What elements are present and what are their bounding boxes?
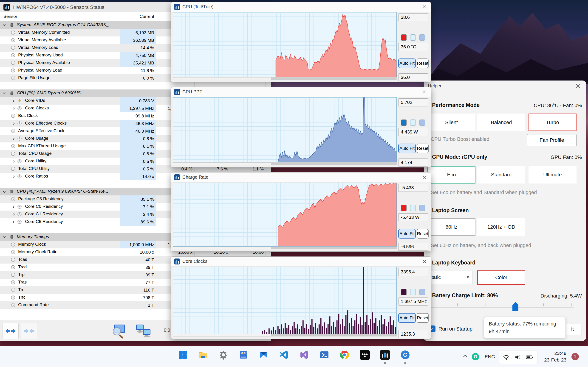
screen-capture-icon[interactable] [110,323,127,340]
auto-fit-button[interactable]: Auto Fit [398,58,416,68]
chevron-down-icon[interactable] [2,23,6,27]
graph-scrollbar[interactable] [173,247,397,249]
chip-icon [9,235,14,239]
fan-profile-button[interactable]: Fan Profile [527,134,577,146]
slider-tick [571,303,572,306]
quick-settings-pill[interactable] [499,350,537,364]
graph-titlebar[interactable]: Core Clocks [171,257,431,267]
close-icon[interactable] [422,90,427,94]
turbo-mode-button[interactable]: Turbo [528,114,577,131]
chevron-down-icon[interactable] [2,190,6,193]
battery-limit-slider-thumb[interactable] [512,302,519,311]
close-icon[interactable] [575,83,581,89]
chevron-right-icon[interactable] [12,205,15,209]
series-color-swatch[interactable] [401,205,406,211]
taskbar-icon-file-explorer[interactable] [198,349,208,360]
taskbar-icon-tidal[interactable] [359,349,370,360]
silent-mode-button[interactable]: Silent [427,114,476,131]
language-indicator[interactable]: ENG [485,354,495,359]
refresh-60hz-button[interactable]: 60Hz [427,218,476,236]
graph-scrollbar[interactable] [173,334,397,336]
auto-fit-button[interactable]: Auto Fit [398,313,416,323]
balanced-mode-button[interactable]: Balanced [477,114,525,131]
close-icon[interactable] [422,259,427,264]
series-color-swatch[interactable] [401,34,406,41]
grammarly-tray-icon[interactable]: G [472,353,479,360]
reset-button[interactable]: Reset [417,313,429,323]
taskbar-icon-powershell[interactable] [319,349,330,360]
scrollbar-handle[interactable] [271,77,397,80]
background-color-swatch[interactable] [410,289,416,295]
taskbar-icon-hwinfo[interactable] [380,349,390,360]
taskbar-icon-task-manager[interactable] [238,349,249,360]
chevron-right-icon[interactable] [12,212,15,216]
scrollbar-handle[interactable] [271,163,397,165]
taskbar-icon-settings[interactable] [218,349,229,360]
taskbar-icon-chrome[interactable] [339,349,350,360]
chevron-right-icon[interactable] [12,106,15,110]
sensor-label: Page File Usage [18,75,50,80]
expand-sensors-button[interactable] [2,323,19,339]
sensor-label: Tras [18,280,27,285]
chevron-right-icon[interactable] [12,99,15,102]
grid-color-swatch[interactable] [419,119,425,126]
remote-monitoring-icon[interactable] [135,323,152,340]
reset-button[interactable]: Reset [417,144,429,153]
refresh-120hz-button[interactable]: 120Hz + OD [477,218,525,236]
sensor-label: Total CPU Utility [18,166,50,171]
sensor-label: Memory Timings [17,234,49,239]
chevron-down-icon[interactable] [2,91,6,95]
clock-icon [11,144,15,148]
battery-limit-slider-track[interactable] [431,307,573,308]
taskbar-icon-ghelper[interactable]: G [400,349,411,360]
notification-badge[interactable]: 1 [571,353,579,360]
taskbar-icon-start[interactable] [177,349,188,360]
series-color-swatch[interactable] [401,119,406,126]
clock-icon [11,242,15,247]
chevron-right-icon[interactable] [12,159,15,163]
series-color-swatch[interactable] [401,289,406,295]
graph-scrollbar[interactable] [173,162,397,165]
reset-button[interactable]: Reset [417,58,429,68]
background-color-swatch[interactable] [410,34,416,41]
taskbar-icon-vscode[interactable] [278,349,289,360]
grid-color-swatch[interactable] [419,34,425,41]
battery-icon [526,354,534,361]
collapse-sensors-button[interactable] [21,323,37,339]
reset-button[interactable]: Reset [417,229,429,239]
taskbar: G G ENG 23:48 23-Feb-23 1 [0,346,588,367]
taskbar-icon-visual-studio[interactable] [299,349,310,360]
eco-gpu-button[interactable]: Eco [427,166,476,184]
auto-fit-button[interactable]: Auto Fit [398,229,416,239]
chevron-right-icon[interactable] [12,137,15,140]
hwinfo-app-icon [3,4,10,10]
background-color-swatch[interactable] [410,205,416,211]
clock[interactable]: 23:48 23-Feb-23 [539,350,566,363]
grid-color-swatch[interactable] [419,205,425,211]
column-header-current[interactable]: Current [120,14,154,19]
discharge-rate-status: Discharging: 5.4W [540,293,582,299]
ultimate-gpu-button[interactable]: Ultimate [528,166,577,184]
chevron-right-icon[interactable] [12,122,15,125]
graph-titlebar[interactable]: CPU PPT [171,87,431,97]
graph-titlebar[interactable]: Charge Rate [171,173,431,182]
chevron-right-icon[interactable] [12,175,15,178]
chevron-right-icon[interactable] [12,220,15,224]
taskbar-icon-mail[interactable] [258,349,269,360]
scrollbar-handle[interactable] [271,247,397,249]
close-icon[interactable] [422,175,427,180]
keyboard-mode-dropdown[interactable]: Static ▾ [425,271,473,284]
keyboard-color-button[interactable]: Color [477,270,525,285]
column-header-sensor[interactable]: Sensor [3,14,17,19]
scrollbar-handle[interactable] [271,334,397,336]
auto-fit-button[interactable]: Auto Fit [398,144,416,153]
close-icon[interactable] [422,4,427,9]
chevron-down-icon[interactable] [2,235,6,239]
background-color-swatch[interactable] [410,119,416,126]
graph-scrollbar[interactable] [173,77,397,80]
standard-gpu-button[interactable]: Standard [477,166,525,184]
graph-titlebar[interactable]: CPU (Tctl/Tdie) [171,2,431,12]
graph-current-value: 1,397.5 MHz [398,298,428,306]
grid-color-swatch[interactable] [419,289,425,295]
tray-overflow-chevron-icon[interactable] [462,353,468,359]
